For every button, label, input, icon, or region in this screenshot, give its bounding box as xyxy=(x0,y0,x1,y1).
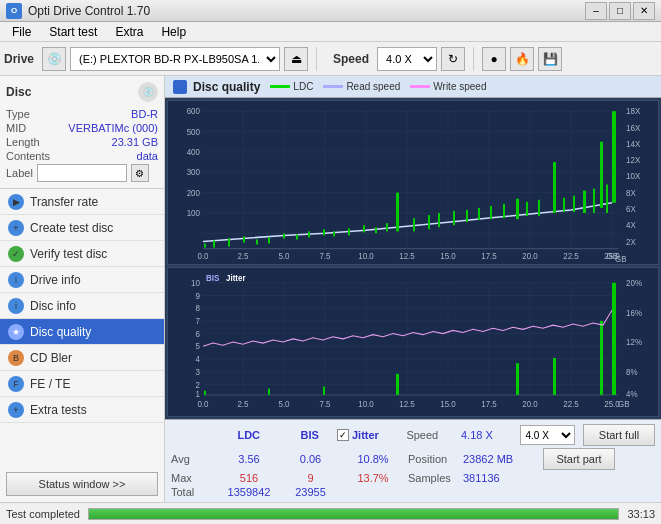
svg-text:Jitter: Jitter xyxy=(226,273,246,282)
svg-text:2.5: 2.5 xyxy=(237,399,249,408)
title-bar-controls: – □ ✕ xyxy=(585,2,655,20)
nav-disc-quality[interactable]: ★ Disc quality xyxy=(0,319,164,345)
toolbar-separator xyxy=(316,47,317,71)
svg-rect-76 xyxy=(583,191,586,213)
speed-stats-select[interactable]: 4.0 X xyxy=(520,425,575,445)
panel-title: Disc quality xyxy=(193,80,260,94)
nav-transfer-rate[interactable]: ▶ Transfer rate xyxy=(0,189,164,215)
progress-bar xyxy=(88,508,619,520)
disc-info-icon: i xyxy=(8,298,24,314)
legend-ldc-color xyxy=(270,85,290,88)
disc-contents-row: Contents data xyxy=(6,150,158,162)
svg-text:600: 600 xyxy=(187,107,201,116)
samples-label: Samples xyxy=(408,472,463,484)
save-button[interactable]: 💾 xyxy=(538,47,562,71)
legend: LDC Read speed Write speed xyxy=(270,81,486,92)
nav-extra-tests[interactable]: + Extra tests xyxy=(0,397,164,423)
svg-text:7.5: 7.5 xyxy=(319,399,331,408)
burn-button[interactable]: 🔥 xyxy=(510,47,534,71)
svg-text:22.5: 22.5 xyxy=(563,252,579,261)
svg-rect-49 xyxy=(243,236,245,242)
minimize-button[interactable]: – xyxy=(585,2,607,20)
samples-value: 381136 xyxy=(463,472,543,484)
svg-rect-0 xyxy=(168,101,658,264)
svg-rect-59 xyxy=(375,227,377,233)
disc-type-value: BD-R xyxy=(131,108,158,120)
menu-extra[interactable]: Extra xyxy=(107,23,151,41)
svg-rect-48 xyxy=(228,238,230,246)
menu-help[interactable]: Help xyxy=(153,23,194,41)
nav-disc-info-label: Disc info xyxy=(30,299,76,313)
avg-label: Avg xyxy=(171,453,215,465)
svg-rect-60 xyxy=(386,223,388,231)
stats-area: LDC BIS ✓ Jitter Speed 4.18 X 4.0 X Star… xyxy=(165,419,661,502)
svg-text:5: 5 xyxy=(196,342,201,351)
svg-text:GB: GB xyxy=(615,255,627,264)
fe-te-icon: F xyxy=(8,376,24,392)
disc-title: Disc xyxy=(6,85,31,99)
disc-type-row: Type BD-R xyxy=(6,108,158,120)
menu-start-test[interactable]: Start test xyxy=(41,23,105,41)
menu-file[interactable]: File xyxy=(4,23,39,41)
avg-bis: 0.06 xyxy=(283,453,338,465)
main-layout: Disc 💿 Type BD-R MID VERBATIMc (000) Len… xyxy=(0,76,661,502)
svg-rect-56 xyxy=(333,231,335,236)
nav-verify-test-disc-label: Verify test disc xyxy=(30,247,107,261)
speed-stats-label: Speed xyxy=(406,429,461,441)
svg-rect-125 xyxy=(553,358,556,395)
svg-rect-47 xyxy=(213,240,215,247)
svg-text:2X: 2X xyxy=(626,237,636,246)
disc-label-input[interactable] xyxy=(37,164,127,182)
svg-rect-61 xyxy=(396,193,399,232)
disc-contents-value: data xyxy=(137,150,158,162)
svg-rect-52 xyxy=(283,233,285,238)
drive-icon-button[interactable]: 💿 xyxy=(42,47,66,71)
svg-rect-58 xyxy=(363,225,365,232)
nav-cd-bler-label: CD Bler xyxy=(30,351,72,365)
svg-text:0.0: 0.0 xyxy=(197,399,209,408)
total-label: Total xyxy=(171,486,215,498)
ldc-header: LDC xyxy=(215,429,282,441)
nav-disc-info[interactable]: i Disc info xyxy=(0,293,164,319)
disc-header: Disc 💿 xyxy=(6,82,158,102)
start-part-button[interactable]: Start part xyxy=(543,448,615,470)
drive-select[interactable]: (E:) PLEXTOR BD-R PX-LB950SA 1.06 xyxy=(70,47,280,71)
speed-select[interactable]: 4.0 X xyxy=(377,47,437,71)
disc-panel: Disc 💿 Type BD-R MID VERBATIMc (000) Len… xyxy=(0,76,164,189)
nav-fe-te[interactable]: F FE / TE xyxy=(0,371,164,397)
eject-button[interactable]: ⏏ xyxy=(284,47,308,71)
svg-text:15.0: 15.0 xyxy=(440,252,456,261)
refresh-button[interactable]: ↻ xyxy=(441,47,465,71)
panel-header-icon xyxy=(173,80,187,94)
jitter-checkbox[interactable]: ✓ xyxy=(337,429,349,441)
nav-drive-info[interactable]: i Drive info xyxy=(0,267,164,293)
nav-cd-bler[interactable]: B CD Bler xyxy=(0,345,164,371)
panel-header: Disc quality LDC Read speed Write speed xyxy=(165,76,661,98)
drive-label: Drive xyxy=(4,52,34,66)
app-icon: O xyxy=(6,3,22,19)
start-part-label: Start part xyxy=(556,453,601,465)
disc-length-label: Length xyxy=(6,136,40,148)
close-button[interactable]: ✕ xyxy=(633,2,655,20)
legend-write-speed-label: Write speed xyxy=(433,81,486,92)
start-full-button[interactable]: Start full xyxy=(583,424,655,446)
disc-label-btn[interactable]: ⚙ xyxy=(131,164,149,182)
maximize-button[interactable]: □ xyxy=(609,2,631,20)
svg-text:5.0: 5.0 xyxy=(278,399,290,408)
svg-rect-65 xyxy=(453,211,455,225)
svg-rect-82 xyxy=(168,268,658,416)
position-label: Position xyxy=(408,453,463,465)
disc-info: Type BD-R MID VERBATIMc (000) Length 23.… xyxy=(6,108,158,182)
svg-text:10.0: 10.0 xyxy=(358,252,374,261)
status-window-button[interactable]: Status window >> xyxy=(6,472,158,496)
toolbar: Drive 💿 (E:) PLEXTOR BD-R PX-LB950SA 1.0… xyxy=(0,42,661,76)
disc-icon: 💿 xyxy=(138,82,158,102)
svg-text:2: 2 xyxy=(196,380,201,389)
disc-label-row: Label ⚙ xyxy=(6,164,158,182)
status-text: Test completed xyxy=(6,508,80,520)
nav-verify-test-disc[interactable]: ✓ Verify test disc xyxy=(0,241,164,267)
avg-ldc: 3.56 xyxy=(215,453,283,465)
nav-create-test-disc[interactable]: + Create test disc xyxy=(0,215,164,241)
disc-button[interactable]: ● xyxy=(482,47,506,71)
chart-ldc-svg: 600 500 400 300 200 100 18X 16X 14X 12X … xyxy=(168,101,658,264)
